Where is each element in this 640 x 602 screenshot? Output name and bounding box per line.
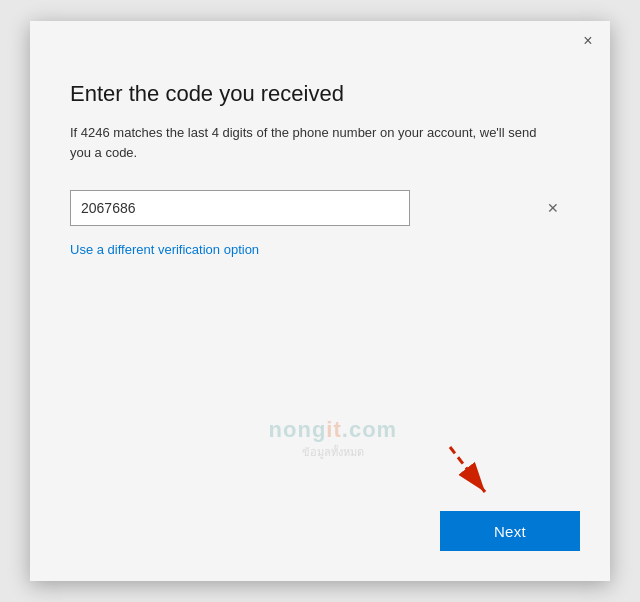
input-clear-button[interactable]: ✕ [544, 199, 562, 217]
close-button[interactable]: × [576, 29, 600, 53]
dialog-content: Enter the code you received If 4246 matc… [30, 61, 610, 491]
title-bar: × [30, 21, 610, 61]
next-button[interactable]: Next [440, 511, 580, 551]
dialog-container: × Enter the code you received If 4246 ma… [30, 21, 610, 581]
dialog-title: Enter the code you received [70, 81, 570, 107]
code-input-wrapper: ✕ [70, 190, 570, 226]
close-icon: × [583, 32, 592, 50]
dialog-footer: Next [30, 491, 610, 581]
content-spacer [70, 277, 570, 471]
clear-icon: ✕ [547, 200, 559, 216]
verification-option-link[interactable]: Use a different verification option [70, 242, 570, 257]
dialog-description: If 4246 matches the last 4 digits of the… [70, 123, 550, 162]
code-input[interactable] [70, 190, 410, 226]
